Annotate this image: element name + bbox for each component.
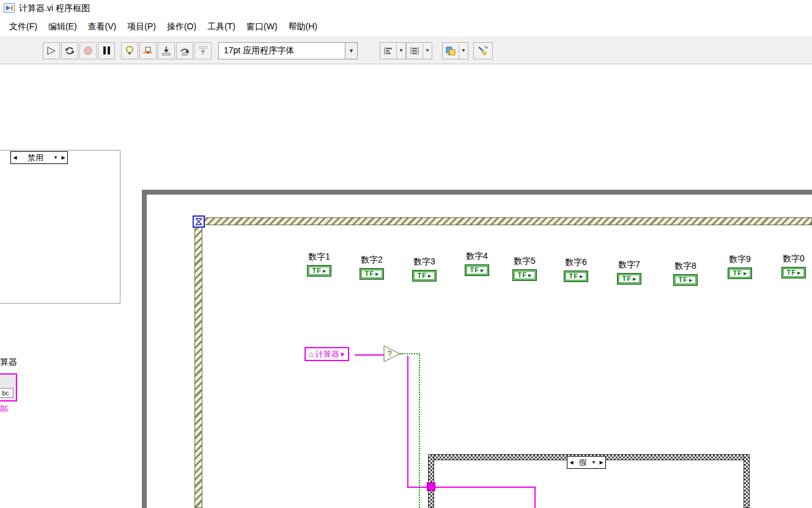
boolean-terminal-3[interactable]: 数字3 TF ▶	[406, 256, 443, 282]
boolean-terminal-icon[interactable]: TF ▶	[412, 270, 437, 282]
event-structure-left-border[interactable]	[194, 217, 202, 508]
while-loop-top-border[interactable]	[142, 190, 812, 195]
boolean-terminal-icon[interactable]: TF ▶	[360, 268, 384, 280]
boolean-terminal-4[interactable]: 数字4 TF ▶	[459, 251, 495, 276]
while-loop-left-border[interactable]	[142, 190, 147, 508]
output-arrow-icon: ▶	[428, 274, 431, 278]
case-structure-left-border[interactable]	[428, 454, 434, 508]
terminal-label: 数字2	[353, 255, 390, 265]
next-case-arrow-icon[interactable]: ▶	[59, 155, 67, 160]
output-arrow-icon: ▶	[797, 271, 800, 275]
step-out-icon	[197, 46, 209, 56]
pause-button[interactable]	[98, 42, 115, 59]
terminal-label: 数字7	[611, 260, 648, 270]
compare-node-glyph: ?	[388, 349, 392, 358]
boolean-wire-vertical[interactable]	[419, 353, 420, 508]
distribute-objects-icon	[407, 43, 423, 59]
distribute-dropdown-arrow-icon[interactable]: ▼	[423, 43, 432, 59]
run-arrow-icon	[46, 46, 57, 56]
boolean-terminal-icon[interactable]: TF ▶	[465, 264, 489, 276]
boolean-terminal-icon[interactable]: TF ▶	[728, 267, 752, 279]
menu-item-project[interactable]: 项目(P)	[122, 18, 161, 35]
boolean-terminal-5[interactable]: 数字5 TF ▶	[506, 256, 543, 281]
boolean-terminal-7[interactable]: 数字7 TF ▶	[611, 260, 648, 285]
case-selector-label: 假	[575, 457, 590, 468]
step-into-button[interactable]	[158, 42, 175, 59]
event-structure-top-border[interactable]	[194, 217, 812, 225]
output-arrow-icon: ▶	[323, 269, 326, 273]
distribute-objects-dropdown[interactable]: ▼	[406, 42, 432, 59]
boolean-terminal-icon[interactable]: TF ▶	[673, 274, 698, 286]
step-out-button[interactable]	[194, 42, 212, 59]
align-objects-dropdown[interactable]: ▼	[380, 42, 406, 59]
cleanup-diagram-icon	[477, 45, 489, 56]
boolean-terminal-8[interactable]: 数字8 TF ▶	[667, 261, 704, 286]
boolean-terminal-1[interactable]: 数字1 TF ▶	[301, 252, 338, 277]
disable-structure-selector[interactable]: ◀ 禁用 ▼ ▶	[10, 151, 68, 164]
string-constant-calculator[interactable]: ⌂ 计算器 ▶	[304, 347, 349, 361]
menu-item-edit[interactable]: 编辑(E)	[43, 18, 83, 35]
reorder-dropdown[interactable]: ▼	[442, 42, 468, 59]
terminal-label: 数字1	[301, 252, 338, 262]
string-control-glyph: bc	[0, 388, 13, 398]
menu-item-tools[interactable]: 工具(T)	[202, 18, 241, 35]
output-arrow-icon: ▶	[528, 273, 531, 277]
window-title: 计算器.vi 程序框图	[19, 3, 90, 14]
clipped-string-control-terminal[interactable]: bc	[0, 373, 17, 402]
string-wire-segment[interactable]	[355, 354, 384, 356]
run-continuously-icon	[64, 46, 75, 56]
case-input-tunnel[interactable]	[427, 482, 435, 491]
step-over-button[interactable]	[176, 42, 193, 59]
string-wire-down[interactable]	[534, 487, 536, 508]
abort-button[interactable]	[79, 42, 97, 59]
step-into-icon	[161, 46, 172, 56]
font-dropdown-arrow-icon[interactable]: ▼	[345, 43, 357, 59]
output-arrow-icon: ▶	[580, 274, 583, 278]
block-diagram-canvas[interactable]: ◀ 禁用 ▼ ▶ 算器 bc abc 数字1 TF ▶ 数字2 TF ▶ 数字3…	[0, 64, 812, 508]
disable-structure-border[interactable]	[0, 150, 120, 304]
terminal-label: 数字0	[775, 253, 812, 264]
terminal-label: 数字5	[506, 256, 543, 266]
string-wire-vertical[interactable]	[407, 356, 408, 488]
reorder-dropdown-arrow-icon[interactable]: ▼	[459, 43, 468, 59]
disable-selector-dropdown-icon[interactable]: ▼	[52, 155, 59, 160]
run-continuously-button[interactable]	[61, 42, 78, 59]
case-structure-right-border[interactable]	[744, 454, 750, 508]
equal-compare-node[interactable]: ?	[383, 344, 402, 364]
cleanup-diagram-button[interactable]	[473, 42, 493, 59]
previous-case-arrow-icon[interactable]: ◀	[567, 460, 575, 465]
title-bar: 计算器.vi 程序框图	[0, 0, 812, 17]
case-selector-dropdown-icon[interactable]: ▼	[590, 460, 597, 465]
run-button[interactable]	[43, 42, 60, 59]
previous-case-arrow-icon[interactable]: ◀	[11, 155, 19, 160]
case-structure-selector[interactable]: ◀ 假 ▼ ▶	[567, 456, 606, 469]
menu-item-view[interactable]: 查看(V)	[83, 18, 122, 35]
next-case-arrow-icon[interactable]: ▶	[597, 460, 605, 465]
menu-item-help[interactable]: 帮助(H)	[283, 18, 323, 35]
terminal-label: 数字3	[406, 256, 443, 267]
disable-selector-label: 禁用	[19, 152, 52, 163]
boolean-terminal-2[interactable]: 数字2 TF ▶	[353, 255, 390, 280]
boolean-terminal-icon[interactable]: TF ▶	[512, 269, 537, 281]
menu-item-file[interactable]: 文件(F)	[4, 18, 43, 35]
boolean-terminal-0[interactable]: 数字0 TF ▶	[775, 253, 812, 278]
boolean-wire-horizontal[interactable]	[400, 353, 420, 354]
output-arrow-icon: ▶	[633, 277, 636, 281]
boolean-terminal-9[interactable]: 数字9 TF ▶	[722, 254, 758, 279]
labview-vi-icon	[4, 3, 15, 15]
font-selector[interactable]: 17pt 应用程序字体 ▼	[218, 42, 358, 59]
boolean-terminal-6[interactable]: 数字6 TF ▶	[558, 257, 594, 282]
toolbar: 17pt 应用程序字体 ▼ ▼ ▼	[0, 37, 812, 64]
boolean-terminal-icon[interactable]: TF ▶	[781, 267, 806, 278]
menu-item-window[interactable]: 窗口(W)	[241, 18, 283, 35]
menu-item-operate[interactable]: 操作(O)	[161, 18, 202, 35]
boolean-terminal-icon[interactable]: TF ▶	[307, 265, 331, 277]
highlight-execution-button[interactable]	[121, 42, 138, 59]
event-timeout-icon[interactable]	[193, 215, 205, 228]
retain-wire-values-icon	[142, 46, 153, 56]
step-over-icon	[179, 46, 190, 56]
boolean-terminal-icon[interactable]: TF ▶	[617, 273, 641, 285]
boolean-terminal-icon[interactable]: TF ▶	[564, 271, 588, 282]
align-dropdown-arrow-icon[interactable]: ▼	[396, 43, 405, 59]
retain-wire-values-button[interactable]	[139, 42, 157, 59]
